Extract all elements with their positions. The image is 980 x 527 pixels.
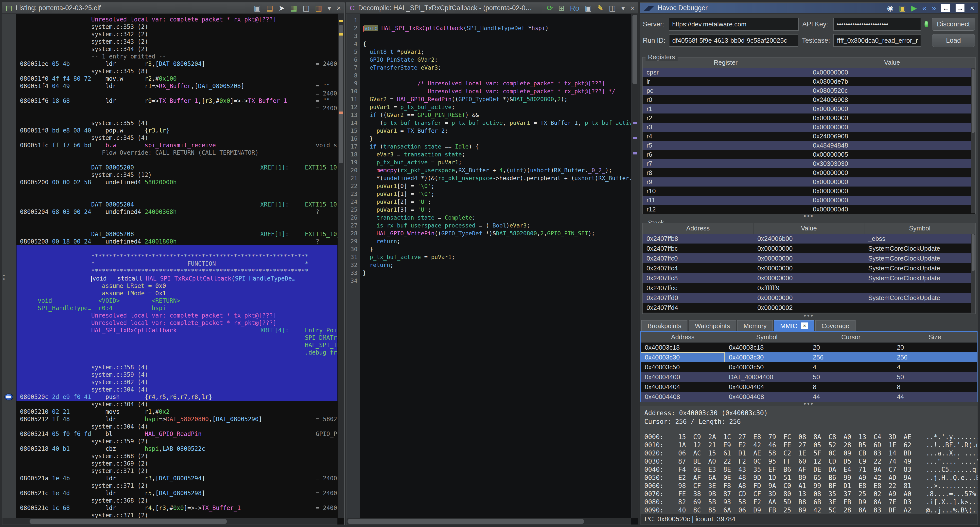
run-id-input[interactable] [669,34,799,47]
mmio-row[interactable]: 0x40003c300x40003c30256256 [641,352,977,362]
listing-line[interactable] [16,193,337,201]
register-row[interactable]: lr0x0800de7b [643,77,975,86]
column-header[interactable]: Size [893,332,977,342]
stack-row[interactable]: 0x2407ffc00x00000000SystemCoreClockUpdat… [643,253,975,263]
hex-row[interactable]: 0020: 06 AC 15 61 D1 AE 58 C2 1E 5F 0C 0… [644,449,974,457]
stack-row[interactable]: 0x2407ffcc0xfffffff9 [643,283,975,293]
listing-line[interactable]: system.c:304 (4) [16,386,337,393]
listing-line[interactable]: system.c:353 (2) [16,23,337,30]
listing-line[interactable] [16,112,337,120]
splitter-handle[interactable]: ••• [640,214,978,219]
listing-line[interactable]: ****************************************… [16,252,337,260]
listing-line[interactable]: 08005214 05 f0 f6 fd bl HAL_GPIO_ReadPin… [16,430,337,438]
listing-line[interactable]: system.c:369 (2) [16,460,337,467]
listing-line[interactable]: system.c:345 (12) [16,171,337,179]
snapshot-icon[interactable]: ◫ [303,4,310,12]
listing-line[interactable]: void <VOID> <RETURN> [16,297,337,305]
listing-line[interactable]: system.c:371 (2) [16,482,337,490]
listing-line[interactable]: system.c:371 (2) [16,512,337,518]
decompiler-line[interactable]: 33} [347,269,631,277]
listing-line[interactable] [16,223,337,230]
disconnect-button[interactable]: Disconnect [932,18,975,30]
tab-watchpoints[interactable]: Watchpoints [689,320,736,331]
listing-line[interactable]: -- Flow Override: CALL_RETURN (CALL_TERM… [16,149,337,157]
decompiler-title-bar[interactable]: C Decompile: HAL_SPI_TxRxCpltCallback - … [346,3,638,14]
stack-row[interactable]: 0x2407ffbc0x00000000SystemCoreClockUpdat… [643,244,975,253]
decompiler-line[interactable]: 20 memcpy(rx_pkt_userspace,RX_Buffer + 4… [347,166,631,174]
decompiler-line[interactable]: 10 Unresolved local var: complete_packet… [347,87,631,95]
decompiler-line[interactable]: 6 GPIO_PinState GVar2; [347,56,631,64]
decompiler-line[interactable]: 4{ [347,40,631,48]
hex-row[interactable]: 0040: F4 0E E3 8E 43 35 EF B6 AF DE DA E… [644,466,974,474]
column-header[interactable]: Symbol [864,223,975,234]
register-row[interactable]: r120x00000040 [643,205,975,214]
listing-line[interactable]: 080051fc ff f7 b6 bd b.w spi_transmit_re… [16,142,337,149]
listing-line[interactable]: SPI_DMATransmitReceiveCplt [16,334,337,342]
listing-vertical-scrollbar[interactable] [338,14,344,518]
decompiler-line[interactable]: 11 GVar2 = HAL_GPIO_ReadPin((GPIO_TypeDe… [347,95,631,103]
decompiler-line[interactable]: 12 puVar1 = p_tx_buf_active; [347,103,631,111]
listing-line[interactable]: system.c:342 (2) [16,30,337,38]
listing-line[interactable]: -- 1 entry omitted -- [16,53,337,60]
listing-line[interactable]: DAT_08005208XREF[1]:EXTI15_10_IRQHandler [16,230,337,238]
listing-line[interactable]: 080051f8 bd e8 08 40 pop.w {r3,lr} [16,127,337,134]
listing-line[interactable]: 08005200 00 00 02 58 undefined4 58020000… [16,179,337,186]
decompiler-line[interactable]: 22 puVar1[0] = '\0'; [347,182,631,190]
hex-row[interactable]: 0010: 1A 12 21 E9 E2 42 46 FE 27 05 52 2… [644,441,974,449]
listing-line[interactable]: .debug_frame::00000934 [16,349,337,356]
column-header[interactable]: Cursor [809,332,893,342]
dropdown-icon[interactable]: ▾ [621,4,625,12]
edit-icon[interactable]: ✎ [597,4,603,12]
decompiler-line[interactable]: 27 is_rx_buf_userspace_processed = (_Boo… [347,222,631,230]
tab-mmio[interactable]: MMIO× [774,320,814,331]
splitter-handle[interactable]: ••• [640,402,978,406]
register-row[interactable]: r00x24006908 [643,95,975,104]
copy-icon[interactable]: ▣ [254,4,261,12]
listing-line[interactable]: system.c:359 (4) [16,371,337,378]
memory-chip-icon[interactable]: ▥ [315,4,322,12]
graph-icon[interactable]: ⊞ [558,4,565,12]
listing-line[interactable]: void __stdcall HAL_SPI_TxRxCpltCallback(… [16,275,337,282]
copy-icon[interactable]: ▣ [585,4,592,12]
rename-icon[interactable]: Ro [570,4,579,12]
listing-line[interactable]: ****************************************… [16,267,337,275]
listing-line[interactable]: 08005204 68 03 00 24 undefined4 24000368… [16,208,337,216]
close-icon[interactable]: × [970,4,974,12]
register-row[interactable]: r110x00000000 [643,196,975,205]
listing-line[interactable]: DAT_08005200XREF[1]:EXTI15_10_IRQHandler [16,164,337,171]
api-key-input[interactable] [834,18,921,30]
nav-back-icon[interactable]: ← [941,4,950,12]
decompiler-line[interactable]: 9 /* Unresolved local var: complete_pack… [347,80,631,87]
mmio-hex-viewer[interactable]: Address: 0x40003c30 (0x40003c30) Cursor:… [640,406,978,516]
decompiler-line[interactable]: 25 puVar1[3] = 'U'; [347,206,631,214]
decompiler-line[interactable]: 24 puVar1[2] = 'U'; [347,198,631,206]
listing-line[interactable]: * FUNCTION * [16,260,337,267]
stack-row[interactable]: 0x2407ffd00x00000000SystemCoreClockUpdat… [643,293,975,303]
program-counter-icon[interactable] [5,393,13,401]
listing-line[interactable]: 080051f6 18 68 ldr r0=>TX_Buffer_1,[r3,#… [16,97,337,105]
listing-line[interactable]: system.c:345 (8) [16,68,337,75]
hex-row[interactable]: 0070: FE 38 9B 87 CD CF 3D 80 13 08 35 3… [644,490,974,498]
listing-line[interactable]: Unresolved local var: complete_packet * … [16,319,337,327]
tab-memory[interactable]: Memory [737,320,773,331]
decompiler-line[interactable]: 16 } [347,135,631,143]
tab-close-icon[interactable]: × [801,323,808,329]
register-row[interactable]: pc0x0800520c [643,86,975,95]
decompiler-view[interactable]: 12void HAL_SPI_TxRxCpltCallback(SPI_Hand… [347,14,638,525]
refresh-icon[interactable]: ⟳ [547,4,553,12]
tab-breakpoints[interactable]: Breakpoints [641,320,687,331]
register-row[interactable]: r10x00000000 [643,104,975,113]
splitter-handle[interactable]: ••• [640,314,978,318]
decompiler-line[interactable]: 23 puVar1[1] = '\0'; [347,190,631,198]
listing-line[interactable]: system.c:368 (2) [16,452,337,460]
hex-row[interactable]: 0030: 87 BE A0 22 F2 0C 95 FF 60 12 CD D… [644,457,974,466]
decompiler-line[interactable]: 17 if (transaction_state == Idle) { [347,143,631,150]
register-row[interactable]: cpsr0x00000000 [643,68,975,77]
cursor-location-icon[interactable]: ➤ [278,4,285,12]
listing-line[interactable] [16,157,337,164]
decompiler-line[interactable]: 8 [347,72,631,80]
listing-line[interactable]: 0800521e 1c 68 ldr r4,[r3,#0x0]=>->TX_Bu… [16,504,337,512]
column-header[interactable]: Value [754,223,864,234]
listing-line[interactable]: 08005208 00 18 00 24 undefined4 24001800… [16,238,337,245]
decompiler-line[interactable]: 28 HAL_GPIO_WritePin((GPIO_TypeDef *)&DA… [347,230,631,237]
